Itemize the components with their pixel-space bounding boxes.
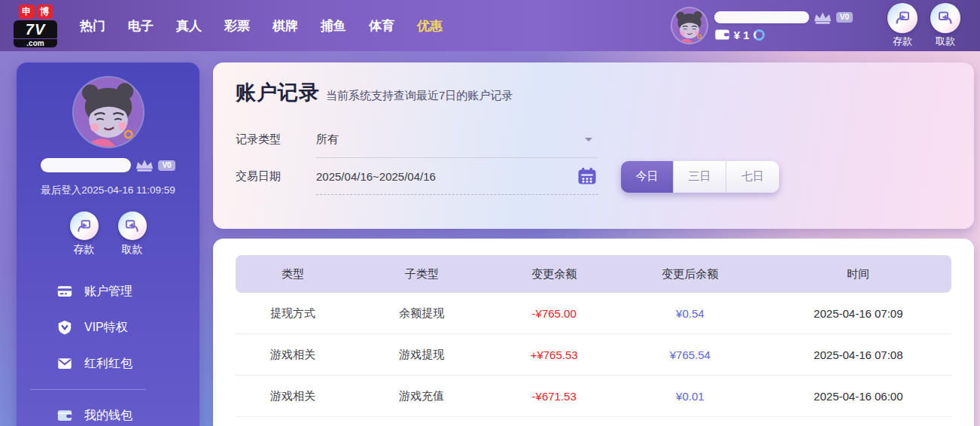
card-icon xyxy=(56,283,73,300)
cell-change-amount: +¥765.53 xyxy=(493,348,615,361)
user-sidebar: V0 最后登入2025-04-16 11:09:59 存款 取款 账户管理 VI… xyxy=(17,62,199,426)
withdraw-label: 取款 xyxy=(936,35,955,48)
sidebar-withdraw-label: 取款 xyxy=(122,243,143,257)
nav-item-slots[interactable]: 电子 xyxy=(126,14,155,38)
deposit-icon xyxy=(893,9,912,27)
nav-item-sports[interactable]: 体育 xyxy=(367,14,396,38)
sidebar-item-vip-privileges[interactable]: VIP特权 xyxy=(56,309,199,345)
sidebar-deposit-button[interactable]: 存款 xyxy=(70,211,99,257)
cell-change-amount: -¥671.53 xyxy=(493,390,615,403)
transaction-date-label: 交易日期 xyxy=(236,169,316,184)
wallet-icon xyxy=(714,29,730,41)
vip-level-badge: V0 xyxy=(836,12,853,23)
vip-crown-icon xyxy=(813,11,832,25)
shield-vip-icon xyxy=(56,319,73,336)
cell-time: 2025-04-16 06:00 xyxy=(765,390,951,403)
table-row: 提现方式 余额提现 -¥765.00 ¥0.54 2025-04-16 07:0… xyxy=(236,293,951,334)
sidebar-vip-crown-icon xyxy=(135,158,154,172)
wallet-icon xyxy=(56,407,73,424)
table-row: 游戏相关 游戏充值 -¥671.53 ¥0.01 2025-04-16 06:0… xyxy=(236,376,951,417)
cell-type: 游戏相关 xyxy=(236,348,350,362)
cell-type: 游戏相关 xyxy=(236,389,350,403)
logo-tag-2: 博 xyxy=(37,5,53,19)
records-table-panel: 类型 子类型 变更余额 变更后余额 时间 提现方式 余额提现 -¥765.00 … xyxy=(213,239,974,426)
table-row: 游戏相关 游戏提现 +¥765.53 ¥765.54 2025-04-16 07… xyxy=(236,334,951,376)
envelope-icon xyxy=(56,355,73,372)
sidebar-item-label: 我的钱包 xyxy=(84,408,132,424)
sidebar-divider xyxy=(30,389,146,390)
table-header-time: 时间 xyxy=(765,267,951,281)
table-header-row: 类型 子类型 变更余额 变更后余额 时间 xyxy=(236,255,951,293)
topbar-user-block: V0 ¥ 1 xyxy=(672,8,853,43)
sidebar-username-masked xyxy=(41,158,131,172)
cell-time: 2025-04-16 07:08 xyxy=(765,348,951,361)
deposit-button[interactable]: 存款 xyxy=(887,3,918,48)
page-subtitle: 当前系统支持查询最近7日的账户记录 xyxy=(326,89,513,103)
nav-item-lottery[interactable]: 彩票 xyxy=(223,14,251,38)
range-button-7days[interactable]: 七日 xyxy=(726,161,779,193)
cell-time: 2025-04-16 07:09 xyxy=(765,307,951,320)
sidebar-deposit-label: 存款 xyxy=(74,243,95,257)
balance-amount: ¥ 1 xyxy=(734,29,750,41)
withdraw-icon xyxy=(936,9,954,27)
page-title: 账户记录 xyxy=(236,79,320,106)
record-type-value: 所有 xyxy=(316,132,339,147)
sidebar-withdraw-icon xyxy=(123,218,141,235)
nav-item-hot[interactable]: 热门 xyxy=(78,14,107,38)
sidebar-item-account-management[interactable]: 账户管理 xyxy=(56,273,199,309)
record-type-label: 记录类型 xyxy=(236,132,316,147)
sidebar-item-label: 账户管理 xyxy=(84,284,132,300)
refresh-balance-icon[interactable] xyxy=(753,29,765,41)
top-navbar: 申 博 7V .com 热门 电子 真人 彩票 棋牌 捕鱼 体育 优惠 V0 xyxy=(0,0,980,51)
sidebar-item-bonus-redpacket[interactable]: 红利红包 xyxy=(56,345,199,382)
table-header-change: 变更余额 xyxy=(493,267,615,281)
table-header-balance-after: 变更后余额 xyxy=(615,267,765,281)
nav-item-live[interactable]: 真人 xyxy=(175,14,203,38)
range-button-3days[interactable]: 三日 xyxy=(674,161,726,193)
cell-subtype: 余额提现 xyxy=(350,306,493,321)
sidebar-item-label: 红利红包 xyxy=(84,356,132,372)
cell-subtype: 游戏提现 xyxy=(350,348,493,362)
table-header-type: 类型 xyxy=(236,267,350,281)
last-login-text: 最后登入2025-04-16 11:09:59 xyxy=(41,184,175,197)
nav-item-promos[interactable]: 优惠 xyxy=(415,14,444,38)
logo-sub-text: .com xyxy=(14,39,57,47)
calendar-icon[interactable] xyxy=(577,167,597,185)
cell-change-amount: -¥765.00 xyxy=(493,307,615,320)
sidebar-item-label: VIP特权 xyxy=(84,320,128,336)
deposit-label: 存款 xyxy=(893,35,912,48)
date-range-value: 2025/04/16~2025/04/16 xyxy=(316,170,436,183)
user-avatar[interactable] xyxy=(672,8,707,43)
logo-tag-1: 申 xyxy=(19,5,35,19)
date-range-toggle: 今日 三日 七日 xyxy=(621,161,779,193)
nav-item-chess[interactable]: 棋牌 xyxy=(271,14,300,38)
nav-item-fishing[interactable]: 捕鱼 xyxy=(319,14,348,38)
date-range-field[interactable]: 2025/04/16~2025/04/16 xyxy=(316,158,598,195)
account-records-header-panel: 账户记录 当前系统支持查询最近7日的账户记录 记录类型 所有 交易日期 2025… xyxy=(213,62,974,229)
logo-main-text: 7V xyxy=(14,20,57,38)
username-masked xyxy=(714,11,809,23)
range-button-today[interactable]: 今日 xyxy=(621,161,674,193)
chevron-down-icon xyxy=(585,138,592,145)
cell-subtype: 游戏充值 xyxy=(350,389,493,403)
sidebar-vip-level-badge: V0 xyxy=(158,160,175,171)
sidebar-item-my-wallet[interactable]: 我的钱包 xyxy=(56,397,199,426)
record-type-select[interactable]: 所有 xyxy=(316,121,598,158)
cell-balance-after: ¥765.54 xyxy=(615,348,765,361)
site-logo[interactable]: 申 博 7V .com xyxy=(14,5,57,47)
sidebar-deposit-icon xyxy=(75,218,93,235)
withdraw-button[interactable]: 取款 xyxy=(930,3,960,48)
sidebar-avatar xyxy=(74,78,143,147)
table-header-subtype: 子类型 xyxy=(350,267,493,281)
cell-balance-after: ¥0.01 xyxy=(615,390,765,403)
main-menu: 热门 电子 真人 彩票 棋牌 捕鱼 体育 优惠 xyxy=(78,14,444,38)
cell-type: 提现方式 xyxy=(236,306,350,321)
sidebar-withdraw-button[interactable]: 取款 xyxy=(118,211,147,257)
cell-balance-after: ¥0.54 xyxy=(615,307,765,320)
